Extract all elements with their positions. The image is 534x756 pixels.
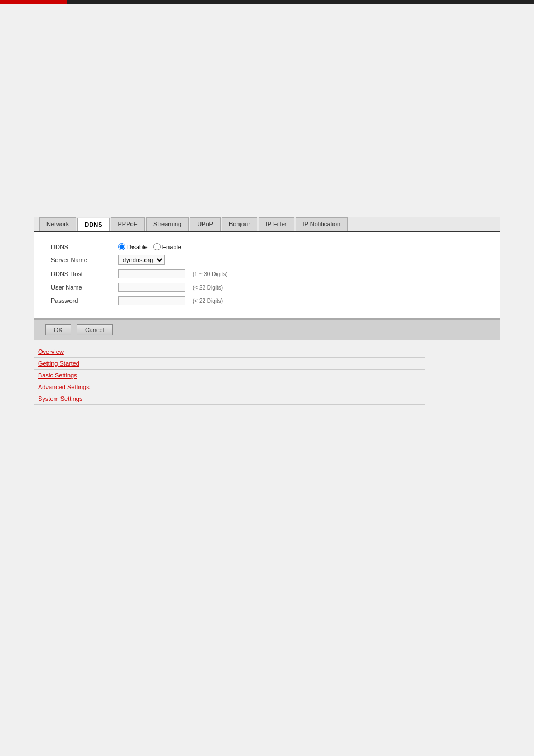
password-hint: (< 22 Digits) [193,298,223,304]
ddns-host-row: DDNS Host (1 ~ 30 Digits) [51,269,483,278]
cancel-button[interactable]: Cancel [77,324,113,335]
form-panel: DDNS Disable Enable Server Name [34,232,500,319]
user-name-row: User Name (< 22 Digits) [51,283,483,292]
ok-button[interactable]: OK [45,324,71,335]
user-name-input[interactable] [118,283,185,292]
ddns-disable-radio[interactable] [118,243,125,250]
ddns-host-label: DDNS Host [51,270,118,277]
desc-overview [123,346,425,358]
table-row: Basic Settings [34,370,425,381]
table-row: Overview [34,346,425,358]
ddns-row: DDNS Disable Enable [51,243,483,250]
tab-upnp[interactable]: UPnP [190,217,221,231]
user-name-hint: (< 22 Digits) [193,284,223,291]
tab-network[interactable]: Network [39,217,76,231]
desc-advanced-settings [123,381,425,393]
link-overview[interactable]: Overview [34,346,123,358]
table-row: Getting Started [34,358,425,370]
main-content: Network DDNS PPPoE Streaming UPnP Bonjou… [0,4,534,416]
ddns-enable-label[interactable]: Enable [153,243,181,250]
tab-streaming[interactable]: Streaming [146,217,189,231]
panel-container: Network DDNS PPPoE Streaming UPnP Bonjou… [34,217,500,405]
desc-getting-started [123,358,425,370]
tab-bonjour[interactable]: Bonjour [222,217,257,231]
link-getting-started[interactable]: Getting Started [34,358,123,370]
ddns-host-control: (1 ~ 30 Digits) [118,269,228,278]
ddns-host-hint: (1 ~ 30 Digits) [193,271,228,277]
ddns-enable-text: Enable [162,244,181,250]
ddns-enable-radio[interactable] [153,243,161,250]
header-bar [0,0,534,4]
password-input[interactable] [118,296,185,305]
tab-ip-notification[interactable]: IP Notification [296,217,348,231]
user-name-label: User Name [51,284,118,291]
password-control: (< 22 Digits) [118,296,223,305]
tab-ddns[interactable]: DDNS [77,218,109,231]
table-row: System Settings [34,393,425,405]
ddns-host-input[interactable] [118,269,185,278]
desc-basic-settings [123,370,425,381]
link-advanced-settings[interactable]: Advanced Settings [34,381,123,393]
server-name-control: dyndns.org no-ip.com [118,255,165,265]
server-name-select[interactable]: dyndns.org no-ip.com [118,255,165,265]
ddns-radio-group: Disable Enable [118,243,181,250]
button-bar: OK Cancel [34,319,500,340]
tab-pppoe[interactable]: PPPoE [111,217,145,231]
table-row: Advanced Settings [34,381,425,393]
server-name-label: Server Name [51,256,118,263]
tab-ip-filter[interactable]: IP Filter [259,217,294,231]
server-name-row: Server Name dyndns.org no-ip.com [51,255,483,265]
user-name-control: (< 22 Digits) [118,283,223,292]
ddns-disable-label[interactable]: Disable [118,243,148,250]
password-label: Password [51,297,118,304]
tab-bar: Network DDNS PPPoE Streaming UPnP Bonjou… [34,217,500,232]
password-row: Password (< 22 Digits) [51,296,483,305]
link-basic-settings[interactable]: Basic Settings [34,370,123,381]
bottom-links-table: Overview Getting Started Basic Settings … [34,346,425,405]
desc-system-settings [123,393,425,405]
link-system-settings[interactable]: System Settings [34,393,123,405]
ddns-label: DDNS [51,244,118,250]
ddns-disable-text: Disable [127,244,148,250]
